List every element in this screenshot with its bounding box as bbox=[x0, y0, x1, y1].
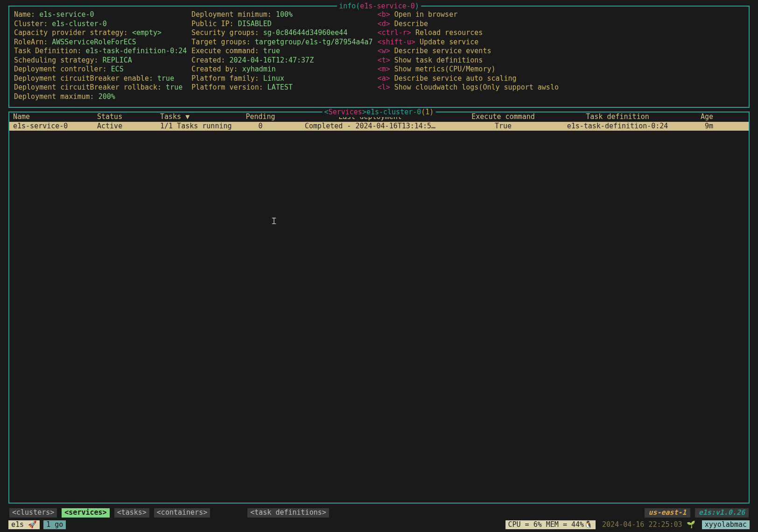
footer-nav: <clusters> <services> <tasks> <container… bbox=[8, 507, 750, 520]
title-bracket-close: > bbox=[362, 108, 366, 116]
status-cpu: CPU = 6% MEM = 44%🐧 bbox=[505, 520, 596, 530]
status-bar: e1s 🚀 1 go CPU = 6% MEM = 44%🐧 2024-04-1… bbox=[8, 520, 750, 530]
col-exec[interactable]: Execute command bbox=[459, 112, 547, 122]
info-field: Name: e1s-service-0 bbox=[14, 10, 187, 20]
nav-tasks[interactable]: <tasks> bbox=[114, 508, 149, 518]
info-field: Platform family: Linux bbox=[191, 74, 372, 84]
info-field: Target groups: targetgroup/e1s-tg/87954a… bbox=[191, 38, 372, 47]
status-time: 2024-04-16 22:25:03 🌱 bbox=[599, 520, 698, 530]
title-count: (1) bbox=[421, 108, 434, 116]
text-cursor-icon: 𝙸 bbox=[271, 215, 276, 227]
info-field: Public IP: DISABLED bbox=[191, 20, 372, 29]
col-taskdef[interactable]: Task definition bbox=[547, 112, 688, 122]
keybinding: <d> Describe bbox=[378, 20, 744, 29]
info-field: Created: 2024-04-16T12:47:37Z bbox=[191, 56, 372, 65]
nav-clusters[interactable]: <clusters> bbox=[9, 508, 57, 518]
keybinding: <w> Describe service events bbox=[378, 47, 744, 56]
info-field: RoleArn: AWSServiceRoleForECS bbox=[14, 38, 187, 47]
col-tasks[interactable]: Tasks ▼ bbox=[160, 112, 239, 122]
col-status[interactable]: Status bbox=[97, 112, 160, 122]
nav-services[interactable]: <services> bbox=[62, 508, 109, 518]
cell-age: 9m bbox=[688, 122, 713, 131]
info-field: Security groups: sg-0c84644d34960ee44 bbox=[191, 28, 372, 38]
info-title-suffix: ) bbox=[415, 2, 419, 10]
info-field: Capacity provider strategy: <empty> bbox=[14, 28, 187, 38]
info-col-attributes-1: Name: e1s-service-0 Cluster: e1s-cluster… bbox=[14, 10, 187, 101]
empty-area: 𝙸 bbox=[9, 131, 749, 503]
info-field: Deployment maximum: 200% bbox=[14, 92, 187, 102]
cell-lastdeploy: Completed - 2024-04-16T13:14:5… bbox=[281, 122, 459, 131]
cell-status: Active bbox=[97, 122, 160, 131]
services-panel-title: <Services>e1s-cluster-0(1) bbox=[323, 108, 436, 117]
info-title-name: e1s-service-0 bbox=[360, 2, 414, 10]
status-app: e1s 🚀 bbox=[8, 520, 40, 530]
info-field: Task Definition: e1s-task-definition-0:2… bbox=[14, 47, 187, 56]
keybinding: <b> Open in browser bbox=[378, 10, 744, 20]
info-col-keybindings: <b> Open in browser <d> Describe <ctrl-r… bbox=[378, 10, 744, 101]
title-word: Services bbox=[329, 108, 362, 116]
keybinding: <m> Show metrics(CPU/Memory) bbox=[378, 65, 744, 74]
nav-taskdefs[interactable]: <task definitions> bbox=[247, 508, 329, 518]
info-panel: info(e1s-service-0) Name: e1s-service-0 … bbox=[8, 6, 750, 108]
col-name[interactable]: Name bbox=[13, 112, 97, 122]
cell-pending: 0 bbox=[239, 122, 281, 131]
status-go: 1 go bbox=[43, 520, 66, 530]
keybinding: <t> Show task definitions bbox=[378, 56, 744, 65]
info-field: Deployment minimum: 100% bbox=[191, 10, 372, 20]
nav-containers[interactable]: <containers> bbox=[154, 508, 210, 518]
info-field: Created by: xyhadmin bbox=[191, 65, 372, 74]
info-panel-title: info(e1s-service-0) bbox=[337, 2, 421, 11]
version-badge: e1s:v1.0.26 bbox=[695, 508, 749, 518]
services-panel: <Services>e1s-cluster-0(1) Name Status T… bbox=[8, 112, 750, 504]
title-bracket-open: < bbox=[324, 108, 329, 116]
info-field: Deployment circuitBreaker rollback: true bbox=[14, 83, 187, 92]
info-field: Cluster: e1s-cluster-0 bbox=[14, 20, 187, 29]
info-field: Scheduling strategy: REPLICA bbox=[14, 56, 187, 65]
region-badge: us-east-1 bbox=[645, 508, 690, 518]
cell-name: e1s-service-0 bbox=[13, 122, 97, 131]
cell-exec: True bbox=[459, 122, 547, 131]
col-age[interactable]: Age bbox=[688, 112, 713, 122]
keybinding: <l> Show cloudwatch logs(Only support aw… bbox=[378, 83, 744, 92]
info-field: Execute command: true bbox=[191, 47, 372, 56]
info-body: Name: e1s-service-0 Cluster: e1s-cluster… bbox=[14, 10, 744, 101]
info-field: Platform version: LATEST bbox=[191, 83, 372, 92]
info-title-prefix: info( bbox=[339, 2, 360, 10]
title-cluster: e1s-cluster-0 bbox=[366, 108, 421, 116]
keybinding: <ctrl-r> Reload resources bbox=[378, 28, 744, 38]
col-pending[interactable]: Pending bbox=[239, 112, 281, 122]
keybinding: <shift-u> Update service bbox=[378, 38, 744, 47]
keybinding: <a> Describe service auto scaling bbox=[378, 74, 744, 84]
cell-tasks: 1/1 Tasks running bbox=[160, 122, 239, 131]
info-col-attributes-2: Deployment minimum: 100% Public IP: DISA… bbox=[191, 10, 372, 101]
info-field: Deployment circuitBreaker enable: true bbox=[14, 74, 187, 84]
status-host: xyyolabmac bbox=[702, 520, 750, 530]
cell-taskdef: e1s-task-definition-0:24 bbox=[547, 122, 688, 131]
table-row[interactable]: e1s-service-0 Active 1/1 Tasks running 0… bbox=[9, 122, 749, 131]
info-field: Deployment controller: ECS bbox=[14, 65, 187, 74]
